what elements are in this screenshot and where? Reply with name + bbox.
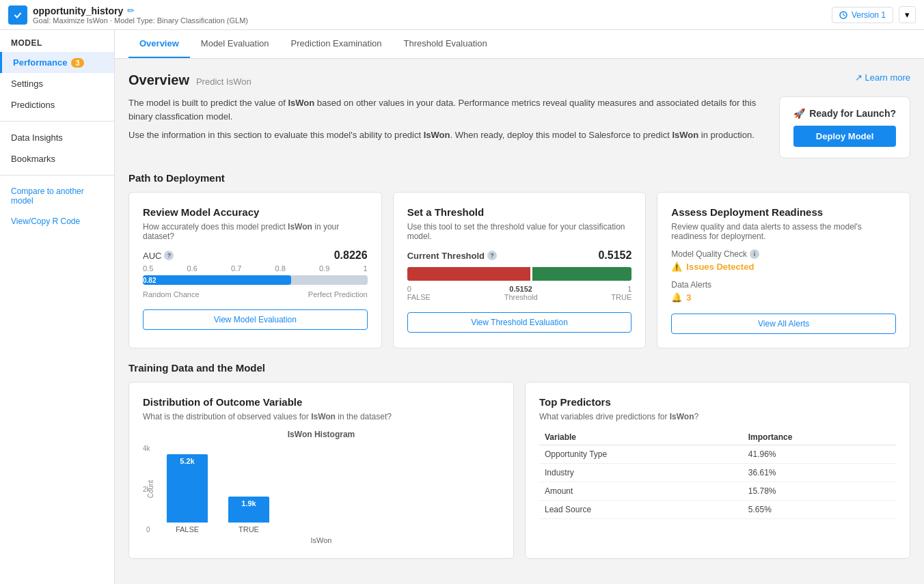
top-predictors-description: What variables drive predictions for IsW… [539,412,896,421]
threshold-green-bar [532,267,631,281]
predictor-imp-1: 36.61% [743,464,896,482]
tab-model-evaluation[interactable]: Model Evaluation [190,30,280,58]
threshold-left-labels: 0 FALSE [407,285,431,301]
threshold-left-bottom: FALSE [407,293,431,301]
view-threshold-evaluation-button[interactable]: View Threshold Evaluation [407,312,632,333]
training-cards-grid: Distribution of Outcome Variable What is… [128,382,910,559]
title-group: opportunity_history ✏ Goal: Maximize IsW… [33,5,248,25]
sidebar-item-predictions[interactable]: Predictions [0,94,114,115]
predictor-row-1: Industry 36.61% [539,464,896,482]
sidebar-item-bookmarks[interactable]: Bookmarks [0,148,114,169]
set-threshold-card: Set a Threshold Use this tool to set the… [393,192,647,348]
review-accuracy-description: How accurately does this model predict I… [143,222,368,241]
app-icon [8,5,27,25]
sidebar-item-settings[interactable]: Settings [0,73,114,94]
app-subtitle: Goal: Maximize IsWon · Model Type: Binar… [33,16,248,25]
hist-bar-true-fill: 1.9k [228,497,269,523]
auc-legend-left: Random Chance [143,290,200,298]
histogram-bars: 5.2k FALSE 1.9k TRUE [167,445,493,533]
app-title: opportunity_history [33,5,123,16]
edit-icon[interactable]: ✏ [127,5,135,16]
warning-icon: ⚠️ [671,262,682,272]
view-r-code-link[interactable]: View/Copy R Code [0,211,114,232]
threshold-label-text: Current Threshold [407,251,485,261]
threshold-labels-row: 0 FALSE 0.5152 Threshold 1 TRUE [407,285,632,301]
overview-content-row: The model is built to predict the value … [128,96,910,158]
hist-bar-false-label: 5.2k [180,457,194,465]
view-model-evaluation-button[interactable]: View Model Evaluation [143,309,368,330]
tab-overview[interactable]: Overview [128,30,190,58]
learn-more-link[interactable]: ↗ Learn more [855,72,910,83]
quality-check-text: Model Quality Check [671,249,747,259]
deploy-model-button[interactable]: Deploy Model [793,126,896,147]
sidebar-item-data-insights[interactable]: Data Insights [0,127,114,148]
auc-value: 0.8226 [334,249,368,262]
launch-title: 🚀 Ready for Launch? [793,108,896,119]
version-button[interactable]: Version 1 [832,7,893,23]
predictor-row-2: Amount 15.78% [539,482,896,501]
alerts-count: 🔔 3 [671,292,896,303]
rocket-icon: 🚀 [793,108,805,119]
sidebar: Model Performance 3 Settings Predictions… [0,30,115,584]
path-to-deployment-title: Path to Deployment [128,172,910,184]
tab-threshold-evaluation[interactable]: Threshold Evaluation [393,30,498,58]
auc-legend-right: Perfect Prediction [308,290,368,298]
threshold-left-top: 0 [407,285,431,293]
predictor-row-3: Lead Source 5.65% [539,501,896,519]
auc-legend: Random Chance Perfect Prediction [143,290,368,298]
hist-bar-false-fill: 5.2k [167,454,208,523]
auc-bar-fill: 0.82 [143,275,291,285]
quality-info-icon[interactable]: i [750,249,759,259]
col-variable: Variable [539,430,743,445]
predictor-row-0: Opportunity Type 41.96% [539,445,896,464]
launch-title-text: Ready for Launch? [809,108,896,119]
auc-info-icon[interactable]: ? [164,251,174,260]
predictor-var-1: Industry [539,464,743,482]
launch-card: 🚀 Ready for Launch? Deploy Model [779,96,910,158]
overview-description-block: The model is built to predict the value … [128,96,765,158]
overview-subtitle: Predict IsWon [196,77,252,87]
performance-badge: 3 [71,58,83,68]
predictor-imp-0: 41.96% [743,445,896,464]
overview-title-row: Overview Predict IsWon [128,72,252,88]
predictor-var-3: Lead Source [539,501,743,519]
threshold-info-icon[interactable]: ? [487,251,497,260]
predictor-var-0: Opportunity Type [539,445,743,464]
distribution-title: Distribution of Outcome Variable [143,396,500,408]
hist-bar-false: 5.2k FALSE [167,454,208,533]
compare-model-link[interactable]: Compare to another model [0,181,114,211]
predictor-imp-3: 5.65% [743,501,896,519]
sidebar-item-predictions-label: Predictions [11,100,55,110]
top-bar-left: opportunity_history ✏ Goal: Maximize IsW… [8,5,248,25]
version-label: Version 1 [852,10,886,20]
top-predictors-title: Top Predictors [539,396,896,408]
threshold-bar [407,267,632,281]
overview-left: Overview Predict IsWon [128,72,252,88]
version-dropdown-button[interactable]: ▾ [899,6,916,23]
deployment-readiness-title: Assess Deployment Readiness [671,206,896,218]
overview-title: Overview [128,72,189,88]
threshold-right-labels: 1 TRUE [611,285,631,301]
alerts-count-value: 3 [686,292,691,303]
histogram-area: 4k 2k 0 Count 5.2k FALSE [143,445,500,533]
threshold-value: 0.5152 [598,249,631,262]
issues-detected: ⚠️ Issues Detected [671,262,896,272]
threshold-right-top: 1 [611,285,631,293]
view-all-alerts-button[interactable]: View All Alerts [671,314,896,334]
page-content: Overview Predict IsWon ↗ Learn more The … [115,59,924,572]
auc-label-text: AUC [143,251,161,261]
auc-label: AUC ? [143,251,174,261]
overview-desc-1: The model is built to predict the value … [128,96,765,123]
quality-check-label: Model Quality Check i [671,249,896,259]
sidebar-model-header: Model [0,30,114,52]
path-cards-grid: Review Model Accuracy How accurately doe… [128,192,910,348]
overview-header: Overview Predict IsWon ↗ Learn more [128,72,910,88]
tab-prediction-examination[interactable]: Prediction Examination [280,30,393,58]
threshold-red-bar [407,267,531,281]
set-threshold-description: Use this tool to set the threshold value… [407,222,632,241]
hist-bar-false-xlabel: FALSE [176,525,199,533]
hist-bar-true-label: 1.9k [241,499,256,507]
sidebar-item-performance[interactable]: Performance 3 [0,52,114,73]
content-area: Overview Model Evaluation Prediction Exa… [115,30,924,584]
predictor-imp-2: 15.78% [743,482,896,501]
